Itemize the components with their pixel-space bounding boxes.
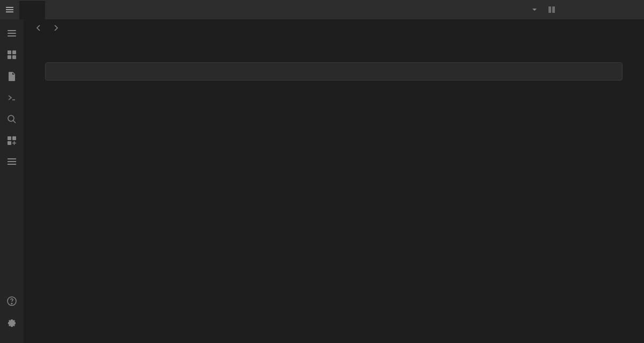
svg-point-22 [11, 303, 12, 304]
js-code-block [45, 62, 623, 81]
close-button[interactable] [615, 0, 640, 19]
title-bar-left [4, 0, 64, 19]
svg-rect-3 [548, 6, 551, 13]
title-bar-right [527, 0, 640, 19]
svg-rect-1 [6, 9, 13, 10]
svg-rect-16 [12, 136, 16, 140]
page-content[interactable] [24, 37, 644, 343]
svg-rect-7 [8, 35, 16, 37]
sidebar-icon-help[interactable] [2, 291, 21, 311]
tab-close-button[interactable] [30, 6, 39, 14]
svg-rect-0 [6, 7, 13, 8]
sidebar-icon-search[interactable] [2, 110, 21, 129]
svg-rect-6 [8, 33, 16, 34]
split-view-icon[interactable] [544, 2, 559, 17]
sidebar [0, 19, 24, 343]
content-area [24, 19, 644, 343]
forward-button[interactable] [49, 21, 62, 34]
svg-point-13 [8, 115, 14, 121]
sidebar-icon-extensions[interactable] [2, 131, 21, 150]
svg-rect-4 [552, 6, 555, 13]
title-bar [0, 0, 644, 19]
sidebar-bottom [2, 291, 21, 339]
svg-rect-5 [8, 30, 16, 31]
svg-rect-15 [8, 136, 11, 140]
svg-rect-19 [8, 161, 16, 162]
svg-rect-17 [8, 141, 11, 145]
svg-rect-11 [12, 55, 16, 59]
back-button[interactable] [32, 21, 45, 34]
svg-rect-18 [8, 158, 16, 159]
svg-rect-8 [8, 50, 11, 54]
svg-rect-10 [8, 55, 11, 59]
sidebar-icon-list[interactable] [2, 152, 21, 172]
sidebar-icon-file[interactable] [2, 67, 21, 86]
svg-rect-9 [12, 50, 16, 54]
chevron-down-icon[interactable] [527, 2, 542, 17]
svg-rect-2 [6, 12, 13, 13]
svg-rect-20 [8, 164, 16, 165]
maximize-button[interactable] [588, 0, 613, 19]
sidebar-icon-settings[interactable] [2, 313, 21, 332]
new-tab-button[interactable] [49, 2, 64, 17]
active-tab[interactable] [19, 0, 45, 19]
sidebar-icon-terminal[interactable] [2, 88, 21, 107]
svg-line-14 [13, 121, 16, 123]
main-layout [0, 19, 644, 343]
sidebar-icon-menu[interactable] [2, 24, 21, 43]
sidebar-icon-grid[interactable] [2, 45, 21, 64]
menu-icon[interactable] [4, 4, 15, 15]
minimize-button[interactable] [561, 0, 586, 19]
content-toolbar [24, 19, 644, 37]
